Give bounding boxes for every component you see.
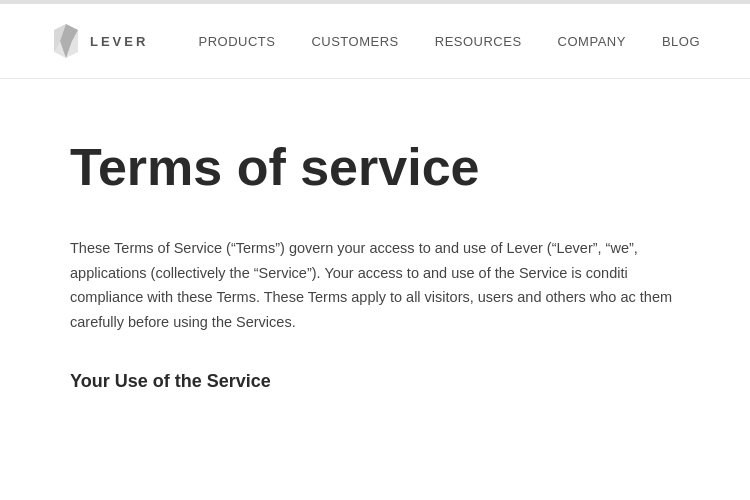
nav-item-customers[interactable]: CUSTOMERS	[311, 34, 398, 49]
intro-paragraph: These Terms of Service (“Terms”) govern …	[70, 236, 700, 335]
page-title: Terms of service	[70, 139, 700, 196]
logo-link[interactable]: LEVER	[50, 22, 148, 60]
logo-icon	[50, 22, 82, 60]
nav-item-company[interactable]: COMPANY	[558, 34, 626, 49]
logo-text: LEVER	[90, 34, 148, 49]
main-content: Terms of service These Terms of Service …	[0, 79, 750, 432]
main-nav: PRODUCTS CUSTOMERS RESOURCES COMPANY BLO…	[198, 34, 700, 49]
site-header: LEVER PRODUCTS CUSTOMERS RESOURCES COMPA…	[0, 4, 750, 79]
nav-item-blog[interactable]: BLOG	[662, 34, 700, 49]
nav-item-products[interactable]: PRODUCTS	[198, 34, 275, 49]
section-heading: Your Use of the Service	[70, 371, 700, 392]
nav-item-resources[interactable]: RESOURCES	[435, 34, 522, 49]
